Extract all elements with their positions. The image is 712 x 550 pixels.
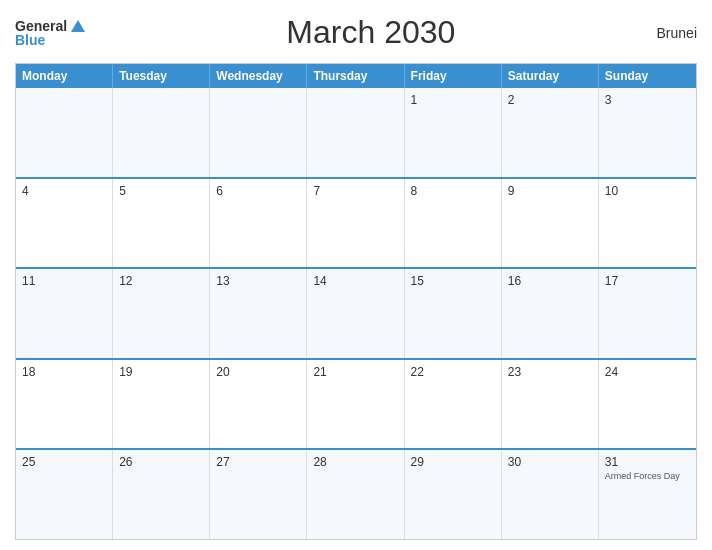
day-number: 16: [508, 274, 592, 288]
calendar-cell: 31Armed Forces Day: [599, 450, 696, 539]
calendar-week: 18192021222324: [16, 360, 696, 451]
calendar-cell: 26: [113, 450, 210, 539]
day-number: 26: [119, 455, 203, 469]
day-number: 4: [22, 184, 106, 198]
calendar-body: 1234567891011121314151617181920212223242…: [16, 88, 696, 539]
calendar-cell: 23: [502, 360, 599, 449]
header: General Blue March 2030 Brunei: [15, 10, 697, 55]
day-number: 3: [605, 93, 690, 107]
calendar-week: 45678910: [16, 179, 696, 270]
day-number: 14: [313, 274, 397, 288]
calendar-cell: 15: [405, 269, 502, 358]
calendar-header-cell: Wednesday: [210, 64, 307, 88]
calendar-cell: 13: [210, 269, 307, 358]
calendar-header-cell: Thursday: [307, 64, 404, 88]
calendar-cell: 19: [113, 360, 210, 449]
calendar-cell: [16, 88, 113, 177]
calendar-cell: 18: [16, 360, 113, 449]
calendar-week: 11121314151617: [16, 269, 696, 360]
day-number: 7: [313, 184, 397, 198]
calendar-cell: 3: [599, 88, 696, 177]
calendar-cell: [113, 88, 210, 177]
calendar-header-cell: Tuesday: [113, 64, 210, 88]
calendar-cell: 30: [502, 450, 599, 539]
calendar-cell: [210, 88, 307, 177]
page: General Blue March 2030 Brunei MondayTue…: [0, 0, 712, 550]
calendar-cell: 14: [307, 269, 404, 358]
day-number: 20: [216, 365, 300, 379]
calendar-cell: 5: [113, 179, 210, 268]
calendar-cell: 21: [307, 360, 404, 449]
calendar-cell: 4: [16, 179, 113, 268]
calendar-cell: 24: [599, 360, 696, 449]
calendar-header-cell: Friday: [405, 64, 502, 88]
calendar-cell: 11: [16, 269, 113, 358]
day-number: 19: [119, 365, 203, 379]
calendar-cell: 20: [210, 360, 307, 449]
calendar-cell: 2: [502, 88, 599, 177]
calendar-header-cell: Saturday: [502, 64, 599, 88]
event-label: Armed Forces Day: [605, 471, 690, 482]
day-number: 11: [22, 274, 106, 288]
calendar-cell: 25: [16, 450, 113, 539]
day-number: 27: [216, 455, 300, 469]
logo-general-text: General: [15, 19, 67, 33]
day-number: 24: [605, 365, 690, 379]
day-number: 21: [313, 365, 397, 379]
calendar-cell: 6: [210, 179, 307, 268]
day-number: 10: [605, 184, 690, 198]
calendar-cell: 7: [307, 179, 404, 268]
day-number: 29: [411, 455, 495, 469]
logo: General Blue: [15, 19, 85, 47]
calendar-title: March 2030: [286, 14, 455, 51]
day-number: 18: [22, 365, 106, 379]
calendar-cell: [307, 88, 404, 177]
day-number: 2: [508, 93, 592, 107]
day-number: 8: [411, 184, 495, 198]
day-number: 30: [508, 455, 592, 469]
day-number: 25: [22, 455, 106, 469]
country-label: Brunei: [657, 25, 697, 41]
day-number: 12: [119, 274, 203, 288]
calendar-cell: 29: [405, 450, 502, 539]
calendar-week: 123: [16, 88, 696, 179]
day-number: 23: [508, 365, 592, 379]
calendar-header-cell: Sunday: [599, 64, 696, 88]
calendar-week: 25262728293031Armed Forces Day: [16, 450, 696, 539]
day-number: 31: [605, 455, 690, 469]
calendar-cell: 10: [599, 179, 696, 268]
day-number: 28: [313, 455, 397, 469]
day-number: 5: [119, 184, 203, 198]
calendar: MondayTuesdayWednesdayThursdayFridaySatu…: [15, 63, 697, 540]
calendar-cell: 28: [307, 450, 404, 539]
logo-triangle-icon: [71, 20, 85, 32]
calendar-cell: 17: [599, 269, 696, 358]
day-number: 15: [411, 274, 495, 288]
calendar-cell: 22: [405, 360, 502, 449]
calendar-cell: 12: [113, 269, 210, 358]
day-number: 22: [411, 365, 495, 379]
calendar-cell: 27: [210, 450, 307, 539]
day-number: 1: [411, 93, 495, 107]
calendar-cell: 1: [405, 88, 502, 177]
calendar-cell: 16: [502, 269, 599, 358]
day-number: 17: [605, 274, 690, 288]
calendar-cell: 9: [502, 179, 599, 268]
day-number: 6: [216, 184, 300, 198]
calendar-header-cell: Monday: [16, 64, 113, 88]
calendar-cell: 8: [405, 179, 502, 268]
day-number: 9: [508, 184, 592, 198]
day-number: 13: [216, 274, 300, 288]
calendar-header: MondayTuesdayWednesdayThursdayFridaySatu…: [16, 64, 696, 88]
logo-blue-text: Blue: [15, 33, 45, 47]
